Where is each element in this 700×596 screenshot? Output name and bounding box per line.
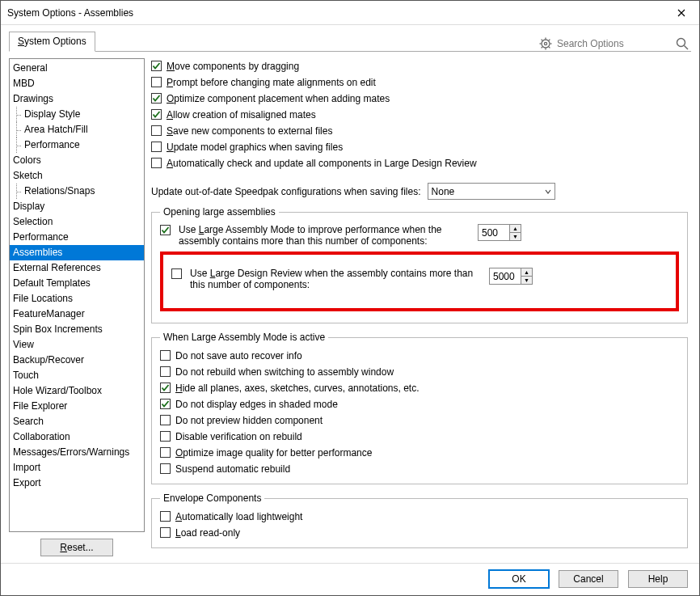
checkbox[interactable]	[151, 125, 162, 136]
reset-button[interactable]: Reset...	[40, 539, 113, 556]
sidebar-item[interactable]: External References	[10, 260, 144, 276]
option-row: Move components by dragging	[151, 58, 688, 74]
option-label: Automatically load lightweight	[175, 510, 302, 523]
search-icon[interactable]	[675, 36, 689, 51]
checkbox[interactable]	[160, 383, 171, 393]
option-row: Do not preview hidden component	[160, 412, 679, 429]
option-label: Save new components to external files	[167, 125, 332, 137]
sidebar-item[interactable]: Colors	[10, 153, 144, 168]
checkbox[interactable]	[160, 431, 171, 442]
option-label: Prompt before changing mate alignments o…	[167, 76, 376, 89]
option-row: Disable verification on rebuild	[160, 429, 679, 445]
content-pane: Move components by draggingPrompt before…	[151, 58, 691, 556]
search-input[interactable]	[557, 38, 670, 49]
sidebar-item[interactable]: Messages/Errors/Warnings	[10, 445, 144, 460]
spinner-arrows[interactable]: ▲▼	[521, 268, 532, 284]
spinner-down-icon[interactable]: ▼	[510, 233, 521, 240]
chevron-down-icon	[545, 188, 551, 195]
large-assembly-mode-label: Use Large Assembly Mode to improve perfo…	[179, 224, 470, 247]
large-assembly-mode-spinner[interactable]: ▲▼	[478, 224, 521, 241]
close-button[interactable]	[663, 1, 699, 25]
sidebar-item[interactable]: Performance	[10, 230, 144, 245]
sidebar-item[interactable]: Spin Box Increments	[10, 322, 144, 337]
large-assembly-mode-value[interactable]	[479, 225, 509, 240]
tab-system-options[interactable]: System Options	[9, 32, 95, 52]
checkbox[interactable]	[160, 511, 171, 522]
sidebar-item[interactable]: Performance	[10, 137, 144, 153]
highlighted-option-box: Use Large Design Review when the assembl…	[160, 252, 679, 311]
sidebar-item[interactable]: Default Templates	[10, 276, 144, 291]
option-row: Automatically check and update all compo…	[151, 155, 688, 171]
spinner-up-icon[interactable]: ▲	[510, 225, 521, 233]
sidebar-item[interactable]: Export	[10, 476, 144, 491]
large-design-review-spinner[interactable]: ▲▼	[489, 268, 533, 285]
checkbox[interactable]	[160, 415, 171, 425]
large-design-review-checkbox[interactable]	[171, 268, 182, 279]
sidebar-item[interactable]: Search	[10, 414, 144, 429]
sidebar-item[interactable]: Relations/Snaps	[10, 184, 144, 199]
option-row: Do not display edges in shaded mode	[160, 396, 679, 412]
large-design-review-label: Use Large Design Review when the assembl…	[190, 268, 481, 290]
help-button[interactable]: Help	[628, 570, 688, 588]
sidebar-item[interactable]: File Locations	[10, 291, 144, 306]
sidebar-item[interactable]: Backup/Recover	[10, 353, 144, 368]
svg-point-0	[542, 40, 550, 48]
option-label: Update model graphics when saving files	[167, 141, 343, 154]
active-legend: When Large Assembly Mode is active	[160, 332, 328, 343]
sidebar-item[interactable]: General	[10, 61, 144, 76]
checkbox[interactable]	[160, 350, 171, 361]
cancel-button[interactable]: Cancel	[559, 570, 618, 588]
sidebar-item[interactable]: Display	[10, 199, 144, 214]
checkbox[interactable]	[151, 61, 162, 71]
sidebar-item[interactable]: FeatureManager	[10, 306, 144, 322]
option-label: Allow creation of misaligned mates	[167, 108, 316, 121]
svg-line-7	[549, 47, 550, 48]
speedpak-label: Update out-of-date Speedpak configuratio…	[151, 186, 421, 197]
checkbox[interactable]	[151, 109, 162, 120]
speedpak-value: None	[432, 186, 455, 197]
sidebar-item[interactable]: View	[10, 337, 144, 353]
checkbox[interactable]	[160, 463, 171, 474]
spinner-down-icon[interactable]: ▼	[521, 277, 532, 284]
sidebar-item[interactable]: Display Style	[10, 107, 144, 122]
large-assembly-active-group: When Large Assembly Mode is active Do no…	[151, 332, 688, 484]
sidebar-item[interactable]: Collaboration	[10, 429, 144, 445]
option-label: Hide all planes, axes, sketches, curves,…	[175, 382, 420, 395]
sidebar-item[interactable]: Assemblies	[10, 245, 144, 260]
option-label: Move components by dragging	[167, 60, 299, 73]
spinner-arrows[interactable]: ▲▼	[509, 225, 521, 240]
checkbox[interactable]	[160, 527, 171, 538]
sidebar-item[interactable]: File Explorer	[10, 399, 144, 414]
option-label: Disable verification on rebuild	[175, 430, 302, 443]
envelope-components-group: Envelope Components Automatically load l…	[151, 492, 688, 548]
sidebar-item[interactable]: Area Hatch/Fill	[10, 122, 144, 137]
option-row: Do not save auto recover info	[160, 348, 679, 364]
checkbox[interactable]	[151, 158, 162, 168]
sidebar-item[interactable]: Touch	[10, 368, 144, 383]
checkbox[interactable]	[160, 447, 171, 458]
speedpak-dropdown[interactable]: None	[428, 183, 555, 200]
spinner-up-icon[interactable]: ▲	[521, 268, 532, 277]
option-row: Hide all planes, axes, sketches, curves,…	[160, 380, 679, 396]
category-tree[interactable]: GeneralMBDDrawingsDisplay StyleArea Hatc…	[9, 58, 145, 532]
ok-button[interactable]: OK	[489, 570, 549, 588]
checkbox[interactable]	[151, 142, 162, 152]
sidebar-item[interactable]: Import	[10, 460, 144, 476]
svg-point-1	[544, 42, 546, 44]
sidebar-item[interactable]: Sketch	[10, 168, 144, 184]
checkbox[interactable]	[151, 77, 162, 87]
option-label: Suspend automatic rebuild	[175, 463, 290, 476]
sidebar-item[interactable]: MBD	[10, 76, 144, 91]
checkbox[interactable]	[160, 399, 171, 409]
large-design-review-value[interactable]	[490, 268, 521, 284]
large-assembly-mode-checkbox[interactable]	[160, 225, 171, 235]
checkbox[interactable]	[160, 366, 171, 377]
gear-icon	[539, 37, 552, 50]
sidebar-item[interactable]: Hole Wizard/Toolbox	[10, 383, 144, 399]
dialog-body: GeneralMBDDrawingsDisplay StyleArea Hatc…	[9, 51, 691, 556]
sidebar-item[interactable]: Selection	[10, 214, 144, 230]
svg-point-10	[677, 39, 685, 47]
sidebar-item[interactable]: Drawings	[10, 91, 144, 107]
checkbox[interactable]	[151, 93, 162, 104]
speedpak-row: Update out-of-date Speedpak configuratio…	[151, 183, 688, 200]
